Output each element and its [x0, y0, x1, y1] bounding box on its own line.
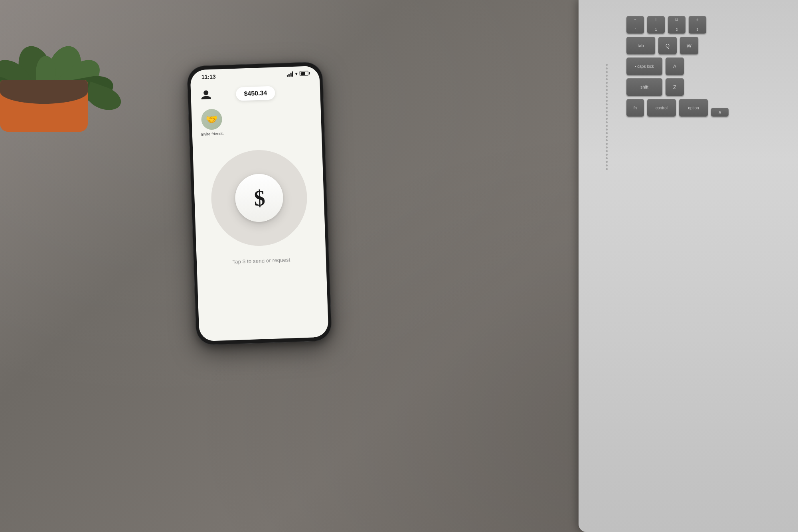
keyboard-row-1: ~` !1 @2 #3 — [626, 16, 790, 34]
key-control[interactable]: control — [647, 99, 676, 117]
key-3[interactable]: #3 — [689, 16, 706, 34]
phone-body: 11:13 ▾ — [187, 61, 332, 345]
main-action-area: $ Tap $ to send or request — [193, 148, 326, 266]
tap-hint-text: Tap $ to send or request — [232, 257, 290, 265]
status-time: 11:13 — [201, 73, 216, 80]
key-q[interactable]: Q — [658, 37, 677, 54]
app-content: $450.34 🤝 Invite friends — [190, 80, 328, 342]
keyboard: ~` !1 @2 #3 tab Q W — [626, 16, 790, 120]
invite-icon: 🤝 — [201, 109, 223, 130]
key-1[interactable]: !1 — [647, 16, 665, 34]
plant-decoration — [0, 0, 136, 144]
laptop-body: ~` !1 @2 #3 tab Q W — [579, 0, 798, 532]
status-icons: ▾ — [286, 71, 308, 77]
signal-icon — [286, 71, 293, 77]
keyboard-row-3: • caps lock A — [626, 57, 790, 75]
key-capslock[interactable]: • caps lock — [626, 57, 662, 75]
speaker-grille — [591, 64, 622, 263]
key-2[interactable]: @2 — [668, 16, 685, 34]
key-option[interactable]: option — [679, 99, 708, 117]
dollar-button[interactable]: $ — [234, 173, 284, 223]
wifi-icon: ▾ — [295, 71, 297, 76]
balance-display: $450.34 — [236, 86, 275, 101]
invite-emoji: 🤝 — [205, 114, 218, 125]
key-z[interactable]: Z — [666, 78, 684, 96]
key-a[interactable]: A — [666, 57, 684, 75]
circle-background: $ — [209, 148, 308, 247]
keyboard-row-2: tab Q W — [626, 37, 790, 54]
invite-section: 🤝 Invite friends — [191, 101, 322, 142]
balance-amount: $450.34 — [244, 89, 267, 97]
laptop: ~` !1 @2 #3 tab Q W — [551, 0, 798, 532]
key-shift[interactable]: shift — [626, 78, 662, 96]
plant-pot — [0, 80, 88, 132]
dollar-sign-icon: $ — [254, 187, 265, 210]
invite-friends-item[interactable]: 🤝 Invite friends — [200, 109, 224, 137]
succulent-plant — [0, 0, 104, 92]
key-tilde[interactable]: ~` — [626, 16, 644, 34]
key-fn[interactable]: fn — [626, 99, 644, 117]
battery-icon — [299, 71, 308, 76]
profile-button[interactable] — [199, 88, 213, 103]
invite-label: Invite friends — [201, 131, 223, 137]
key-tab[interactable]: tab — [626, 37, 655, 54]
keyboard-row-4: shift Z — [626, 78, 790, 96]
key-arrow-up[interactable]: ∧ — [711, 108, 729, 117]
phone-screen: 11:13 ▾ — [190, 66, 329, 342]
key-w[interactable]: W — [680, 37, 698, 54]
keyboard-row-5: fn control option ∧ — [626, 99, 790, 117]
phone-mockup: 11:13 ▾ — [187, 61, 332, 345]
profile-icon — [200, 89, 212, 101]
